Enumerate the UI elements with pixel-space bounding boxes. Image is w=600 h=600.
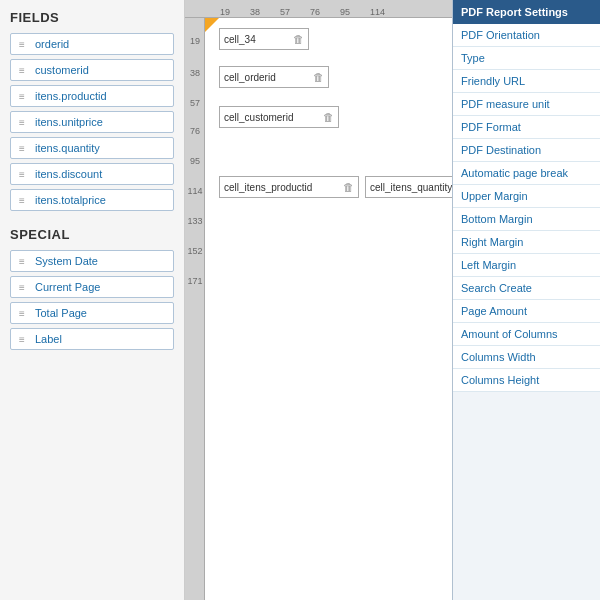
ruler-left-mark: 38: [185, 68, 205, 78]
field-label: itens.quantity: [35, 142, 100, 154]
settings-item-setting-destination[interactable]: PDF Destination: [453, 139, 600, 162]
drag-icon: ≡: [19, 117, 29, 128]
drag-icon: ≡: [19, 39, 29, 50]
ruler-left: 1938577695114133152171: [185, 18, 205, 600]
fields-title: FIELDS: [10, 10, 174, 25]
ruler-left-mark: 133: [185, 216, 205, 226]
drag-icon: ≡: [19, 195, 29, 206]
ruler-left-mark: 76: [185, 126, 205, 136]
fields-list: ≡orderid≡customerid≡itens.productid≡iten…: [10, 33, 174, 211]
settings-item-setting-amount-columns[interactable]: Amount of Columns: [453, 323, 600, 346]
field-item-field-itens-quantity[interactable]: ≡itens.quantity: [10, 137, 174, 159]
special-label: System Date: [35, 255, 98, 267]
ruler-top-mark: 38: [250, 7, 260, 17]
trash-icon[interactable]: 🗑: [323, 111, 334, 123]
field-item-field-itens-totalprice[interactable]: ≡itens.totalprice: [10, 189, 174, 211]
field-label: orderid: [35, 38, 69, 50]
right-panel-title: PDF Report Settings: [453, 0, 600, 24]
special-section: SPECIAL ≡System Date≡Current Page≡Total …: [10, 227, 174, 350]
cell-cell-itens-productid[interactable]: cell_itens_productid🗑: [219, 176, 359, 198]
settings-item-setting-left-margin[interactable]: Left Margin: [453, 254, 600, 277]
center-area: 1938577695114 1938577695114133152171 cel…: [185, 0, 452, 600]
settings-item-setting-friendly-url[interactable]: Friendly URL: [453, 70, 600, 93]
settings-item-setting-measure-unit[interactable]: PDF measure unit: [453, 93, 600, 116]
cell-label: cell_34: [224, 34, 256, 45]
trash-icon[interactable]: 🗑: [313, 71, 324, 83]
settings-item-setting-bottom-margin[interactable]: Bottom Margin: [453, 208, 600, 231]
settings-item-setting-page-amount[interactable]: Page Amount: [453, 300, 600, 323]
ruler-top-mark: 76: [310, 7, 320, 17]
ruler-top-mark: 57: [280, 7, 290, 17]
settings-list: PDF OrientationTypeFriendly URLPDF measu…: [453, 24, 600, 392]
ruler-left-mark: 19: [185, 36, 205, 46]
cell-label: cell_itens_productid: [224, 182, 312, 193]
ruler-left-mark: 171: [185, 276, 205, 286]
special-list: ≡System Date≡Current Page≡Total Page≡Lab…: [10, 250, 174, 350]
cell-cell-orderid[interactable]: cell_orderid🗑: [219, 66, 329, 88]
field-item-field-orderid[interactable]: ≡orderid: [10, 33, 174, 55]
left-panel: FIELDS ≡orderid≡customerid≡itens.product…: [0, 0, 185, 600]
ruler-top-mark: 19: [220, 7, 230, 17]
field-label: customerid: [35, 64, 89, 76]
drag-icon: ≡: [19, 256, 29, 267]
ruler-top-mark: 95: [340, 7, 350, 17]
field-label: itens.unitprice: [35, 116, 103, 128]
orange-corner: [205, 18, 219, 32]
cell-label: cell_itens_quantity: [370, 182, 452, 193]
field-item-field-itens-unitprice[interactable]: ≡itens.unitprice: [10, 111, 174, 133]
settings-item-setting-auto-break[interactable]: Automatic page break: [453, 162, 600, 185]
canvas-body: 1938577695114133152171 cell_34🗑cell_orde…: [185, 18, 452, 600]
settings-item-setting-upper-margin[interactable]: Upper Margin: [453, 185, 600, 208]
field-label: itens.discount: [35, 168, 102, 180]
field-label: itens.totalprice: [35, 194, 106, 206]
settings-item-setting-columns-height[interactable]: Columns Height: [453, 369, 600, 392]
ruler-top-mark: 114: [370, 7, 385, 17]
drag-icon: ≡: [19, 282, 29, 293]
cell-cell-customerid[interactable]: cell_customerid🗑: [219, 106, 339, 128]
trash-icon[interactable]: 🗑: [343, 181, 354, 193]
drag-icon: ≡: [19, 334, 29, 345]
drag-icon: ≡: [19, 143, 29, 154]
ruler-left-mark: 114: [185, 186, 205, 196]
cell-cell-itens-quantity[interactable]: cell_itens_quantity🗑: [365, 176, 452, 198]
right-panel: PDF Report Settings PDF OrientationTypeF…: [452, 0, 600, 600]
settings-item-setting-right-margin[interactable]: Right Margin: [453, 231, 600, 254]
drag-icon: ≡: [19, 169, 29, 180]
page-canvas: cell_34🗑cell_orderid🗑cell_customerid🗑cel…: [205, 18, 452, 600]
settings-item-setting-orientation[interactable]: PDF Orientation: [453, 24, 600, 47]
field-label: itens.productid: [35, 90, 107, 102]
trash-icon[interactable]: 🗑: [293, 33, 304, 45]
settings-item-setting-type[interactable]: Type: [453, 47, 600, 70]
special-label: Total Page: [35, 307, 87, 319]
cell-cell-34[interactable]: cell_34🗑: [219, 28, 309, 50]
drag-icon: ≡: [19, 91, 29, 102]
field-item-field-itens-discount[interactable]: ≡itens.discount: [10, 163, 174, 185]
special-label: Label: [35, 333, 62, 345]
cell-label: cell_orderid: [224, 72, 276, 83]
settings-item-setting-format[interactable]: PDF Format: [453, 116, 600, 139]
drag-icon: ≡: [19, 308, 29, 319]
special-item-special-curpage[interactable]: ≡Current Page: [10, 276, 174, 298]
ruler-left-mark: 95: [185, 156, 205, 166]
special-item-special-sysdate[interactable]: ≡System Date: [10, 250, 174, 272]
drag-icon: ≡: [19, 65, 29, 76]
cell-label: cell_customerid: [224, 112, 293, 123]
special-label: Current Page: [35, 281, 100, 293]
special-item-special-label[interactable]: ≡Label: [10, 328, 174, 350]
field-item-field-itens-productid[interactable]: ≡itens.productid: [10, 85, 174, 107]
ruler-left-mark: 57: [185, 98, 205, 108]
settings-item-setting-search-create[interactable]: Search Create: [453, 277, 600, 300]
special-title: SPECIAL: [10, 227, 174, 242]
special-item-special-totalpage[interactable]: ≡Total Page: [10, 302, 174, 324]
settings-item-setting-columns-width[interactable]: Columns Width: [453, 346, 600, 369]
field-item-field-customerid[interactable]: ≡customerid: [10, 59, 174, 81]
ruler-top: 1938577695114: [185, 0, 452, 18]
ruler-left-mark: 152: [185, 246, 205, 256]
